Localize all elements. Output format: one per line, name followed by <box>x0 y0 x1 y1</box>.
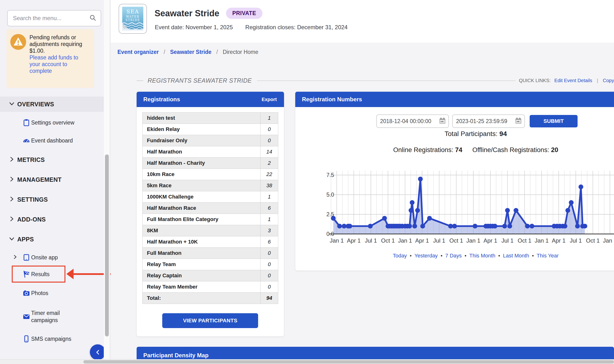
logo-waves <box>122 21 143 29</box>
category-cell: Ekiden Relay <box>143 124 261 135</box>
category-cell: Half Marathon Race <box>143 203 261 214</box>
date-from-input[interactable] <box>380 118 439 125</box>
category-cell: Half Marathon + 10K <box>143 236 261 248</box>
sidebar-item-addons[interactable]: ADD-ONS <box>0 212 104 227</box>
divider: • <box>440 253 442 259</box>
quick-links-label: QUICK LINKS: <box>519 78 550 83</box>
registration-numbers-header: Registration Numbers <box>295 92 614 107</box>
svg-text:Jul 1: Jul 1 <box>570 237 582 244</box>
category-cell: Relay Team Member <box>143 281 261 293</box>
sidebar-collapse-button[interactable] <box>90 344 106 360</box>
event-logo-poster: SEA WATER STRIDE <box>122 7 143 31</box>
sidebar-item-onsite-app[interactable]: Onsite app <box>0 251 104 263</box>
table-row: 5km Race38 <box>143 180 278 191</box>
count-cell: 3 <box>261 225 278 236</box>
breadcrumb-seawater-stride[interactable]: Seawater Stride <box>170 49 212 55</box>
breadcrumb-separator: / <box>216 49 218 55</box>
sidebar-item-label: OVERVIEWS <box>17 101 54 108</box>
svg-text:Oct 1: Oct 1 <box>381 237 395 244</box>
registration-numbers-panel: Registration Numbers SUBMIT Total Partic… <box>295 92 614 271</box>
date-to-field[interactable] <box>452 115 525 128</box>
sidebar-item-sms-campaigns[interactable]: SMS campaigns <box>0 333 104 345</box>
sidebar-scrollbar-thumb[interactable] <box>105 155 109 337</box>
breadcrumb-event-organizer[interactable]: Event organizer <box>118 49 159 55</box>
range-link-today[interactable]: Today <box>393 253 407 259</box>
horizontal-scrollbar[interactable] <box>0 359 614 364</box>
date-to-input[interactable] <box>456 118 515 125</box>
calendar-icon[interactable] <box>515 117 522 125</box>
divider <box>257 80 516 81</box>
table-row: 10km Race22 <box>143 169 278 180</box>
submit-button[interactable]: SUBMIT <box>530 115 578 127</box>
category-cell: Fundraiser Only <box>143 135 261 146</box>
event-header: SEA WATER STRIDE Seawater Stride PRIVATE… <box>111 0 614 43</box>
chevron-right-icon <box>9 196 15 203</box>
table-row: Relay Team Member0 <box>143 281 278 293</box>
table-row: 1000KM Challenge1 <box>143 191 278 203</box>
total-participants: Total Participants: 94 <box>445 130 507 138</box>
sidebar-item-label: SETTINGS <box>17 196 48 203</box>
sidebar-item-label: ADD-ONS <box>17 216 46 223</box>
sidebar-item-overviews[interactable]: OVERVIEWS <box>0 96 104 112</box>
count-cell: 6 <box>261 203 278 214</box>
menu-search[interactable] <box>7 10 101 26</box>
category-cell: 8KM <box>143 225 261 236</box>
sidebar-item-management[interactable]: MANAGEMENT <box>0 172 104 187</box>
panel-title: Registration Numbers <box>302 96 362 103</box>
date-from-field[interactable] <box>376 115 449 128</box>
divider: | <box>597 78 598 83</box>
breadcrumb: Event organizer / Seawater Stride / Dire… <box>118 49 258 55</box>
add-funds-link[interactable]: Please add funds to your account to comp… <box>29 54 78 74</box>
range-link-7-days[interactable]: 7 Days <box>445 253 462 259</box>
count-cell: 0 <box>261 259 278 270</box>
panel-title: Participant Density Map <box>143 352 209 359</box>
sidebar-item-timer-email-campaigns[interactable]: Timer email campaigns <box>0 307 104 326</box>
svg-text:Oct 1: Oct 1 <box>586 237 600 244</box>
category-cell: Half Marathon - Charity <box>143 157 261 169</box>
svg-text:Jan 1: Jan 1 <box>535 237 549 244</box>
range-link-last-month[interactable]: Last Month <box>503 253 529 259</box>
table-row: Full Marathon0 <box>143 248 278 259</box>
warning-text: Pending refunds or adjustments requiring… <box>29 34 82 54</box>
panel-title: Registrations <box>143 96 180 103</box>
range-link-this-year[interactable]: This Year <box>537 253 559 259</box>
sidebar-item-settings-overview[interactable]: Settings overview <box>0 117 104 129</box>
logo-text: WATER <box>122 15 143 18</box>
category-cell: Full Marathon <box>143 248 261 259</box>
sidebar-item-apps[interactable]: APPS <box>0 232 104 247</box>
total-value-cell: 94 <box>261 293 278 304</box>
table-row: Fundraiser Only0 <box>143 135 278 146</box>
breadcrumb-current: Director Home <box>223 49 258 55</box>
tablet-icon <box>23 254 30 261</box>
logo-caption <box>122 29 143 31</box>
search-icon <box>89 14 96 22</box>
calendar-icon[interactable] <box>439 117 446 125</box>
sidebar-item-event-dashboard[interactable]: Event dashboard <box>0 135 104 147</box>
svg-text:Oct 1: Oct 1 <box>449 237 463 244</box>
range-link-yesterday[interactable]: Yesterday <box>414 253 438 259</box>
sidebar-item-metrics[interactable]: METRICS <box>0 152 104 167</box>
svg-text:Jul 1: Jul 1 <box>501 237 514 244</box>
horizontal-scrollbar-thumb[interactable] <box>83 360 614 364</box>
sidebar-item-photos[interactable]: Photos <box>0 287 104 299</box>
registration-closes: Registration closes: December 31, 2024 <box>245 24 348 31</box>
range-link-this-month[interactable]: This Month <box>469 253 495 259</box>
chevron-right-icon <box>9 156 15 163</box>
sidebar-scrollbar[interactable] <box>104 0 110 364</box>
svg-text:7.5: 7.5 <box>326 172 334 178</box>
edit-event-details-link[interactable]: Edit Event Details <box>554 78 592 83</box>
table-row: Half Marathon + 10K6 <box>143 236 278 248</box>
sidebar-item-settings[interactable]: SETTINGS <box>0 192 104 207</box>
chevron-right-icon <box>9 216 15 223</box>
offline-registrations-value: 20 <box>551 146 558 154</box>
export-link[interactable]: Export <box>262 97 277 102</box>
table-row: Half Marathon - Charity2 <box>143 157 278 169</box>
search-input[interactable] <box>13 15 89 22</box>
view-participants-button[interactable]: VIEW PARTICIPANTS <box>162 313 258 328</box>
count-cell: 1 <box>261 191 278 203</box>
private-badge: PRIVATE <box>226 8 262 19</box>
count-cell: 6 <box>261 236 278 248</box>
svg-text:Jul 1: Jul 1 <box>433 237 445 244</box>
copy-event-link[interactable]: Copy <box>603 78 614 83</box>
count-cell: 2 <box>261 157 278 169</box>
